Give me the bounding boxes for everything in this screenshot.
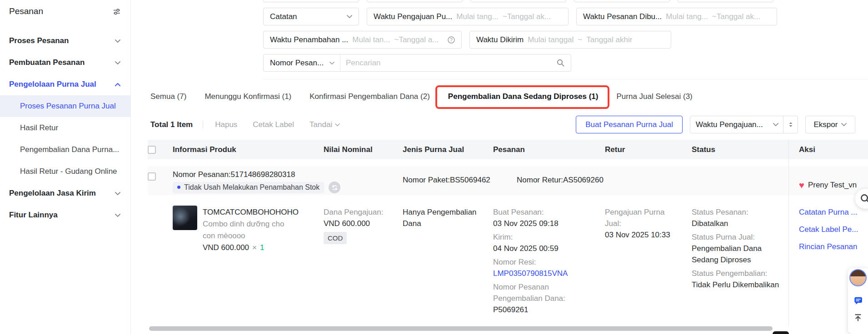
chat-icon[interactable] (853, 296, 863, 305)
ekspor-label: Ekspor (814, 120, 838, 129)
filter-field-cutoff[interactable] (678, 0, 773, 2)
catatan-select[interactable]: Catatan (263, 8, 359, 25)
pesanan-pair: Nomor Resi: LMP0350790815VNA (493, 256, 599, 279)
search-icon[interactable] (557, 59, 564, 67)
filter-row-2: Waktu Penambahan ... Mulai tan... ~Tangg… (263, 31, 868, 49)
toolbar-divider (203, 121, 203, 128)
sidebar-subitem-proses-pesanan-purna-jual[interactable]: Proses Pesanan Purna Jual (0, 95, 130, 117)
chevron-down-icon (115, 191, 120, 196)
status-cell: Status Pesanan: Dibatalkan Status Purna … (692, 206, 788, 326)
tab-konfirmasi-pengembalian-dana[interactable]: Konfirmasi Pengembalian Dana (2) (309, 92, 430, 101)
multiply-sign: × (252, 242, 257, 254)
row-checkbox[interactable] (148, 172, 156, 181)
sidebar-item-pengelolaan-jasa-kirim[interactable]: Pengelolaan Jasa Kirim (0, 182, 130, 204)
tracking-number-link[interactable]: LMP0350790815VNA (493, 268, 599, 279)
cod-badge: COD (324, 232, 347, 244)
chevron-down-icon (115, 39, 120, 44)
ekspor-dropdown[interactable]: Ekspor (805, 116, 855, 133)
waktu-penambahan-start[interactable]: Mulai tan... (352, 35, 390, 44)
list-toolbar: Total 1 Item Hapus Cetak Label Tandai Bu… (150, 116, 855, 133)
heart-icon: ♥ (799, 181, 804, 190)
retur-cell: Pengajuan Purna Jual: 03 Nov 2025 10:33 (605, 206, 692, 326)
stock-note-row: Tidak Usah Melakukan Penambahan Stok (173, 182, 403, 193)
stock-note-badge: Tidak Usah Melakukan Penambahan Stok (173, 182, 324, 193)
hapus-button[interactable]: Hapus (215, 120, 237, 129)
tab-semua[interactable]: Semua (7) (150, 92, 186, 101)
order-management-page: { "colors":{"accent":"#3b50e4","annotati… (0, 0, 868, 334)
sidebar-item-pembuatan-pesanan[interactable]: Pembuatan Pesanan (0, 52, 130, 74)
stock-note-text: Tidak Usah Melakukan Penambahan Stok (184, 183, 319, 192)
pinned-column-divider (788, 139, 789, 326)
waktu-pengajuan-range[interactable]: Waktu Pengajuan Pu... Mulai tang... ~Tan… (367, 8, 569, 25)
header-pesanan: Pesanan (493, 145, 605, 154)
sidebar-item-pengelolaan-purna-jual[interactable]: Pengelolaan Purna Jual (0, 74, 130, 95)
sidebar-subitem-pengembalian-dana-purna[interactable]: Pengembalian Dana Purna... (0, 139, 130, 161)
filter-field-cutoff[interactable] (470, 0, 566, 2)
pesanan-value: 04 Nov 2025 00:59 (493, 243, 599, 254)
waktu-pesanan-dibuat-start[interactable]: Mulai tang... (666, 12, 708, 21)
tab-purna-jual-selesai[interactable]: Purna Jual Selesai (3) (617, 92, 693, 101)
order-number: Nomor Pesanan:517148698280318 (173, 170, 295, 179)
cetak-label-button[interactable]: Cetak Label (253, 120, 294, 129)
help-icon[interactable] (448, 36, 455, 44)
sidebar-settings-icon[interactable] (113, 8, 120, 15)
rincian-pesanan-link[interactable]: Rincian Pesanan (799, 241, 862, 252)
waktu-pengajuan-start[interactable]: Mulai tang... (456, 12, 499, 21)
header-nilai-nominal: Nilai Nominal (324, 145, 403, 154)
search-type-select[interactable]: Nomor Pesan... (264, 54, 340, 71)
cetak-label-link[interactable]: Cetak Label Pe... (799, 224, 862, 235)
waktu-penambahan-label: Waktu Penambahan ... (270, 35, 348, 44)
sidebar-item-proses-pesanan[interactable]: Proses Pesanan (0, 30, 130, 52)
filter-panel: Catatan Waktu Pengajuan Pu... Mulai tang… (131, 0, 868, 79)
filter-field-cutoff[interactable] (367, 0, 463, 2)
sync-stock-button[interactable] (329, 182, 340, 193)
chevron-down-icon (329, 61, 334, 65)
main-content: Catatan Waktu Pengajuan Pu... Mulai tang… (131, 0, 868, 334)
sidebar-item-fitur-lainnya[interactable]: Fitur Lainnya (0, 204, 130, 226)
jenis-value: Hanya Pengembalian Dana (403, 206, 487, 229)
filter-field-cutoff[interactable] (574, 0, 670, 2)
waktu-pesanan-dibuat-end[interactable]: ~Tanggal ak... (712, 12, 760, 21)
waktu-dikirim-end[interactable]: Tanggal akhir (586, 35, 632, 44)
sidebar-item-label: Pengelolaan Purna Jual (9, 80, 96, 89)
status-label: Status Pengembalian: (692, 268, 782, 279)
chevron-down-icon (115, 213, 120, 218)
tandai-dropdown[interactable]: Tandai (309, 120, 340, 129)
buat-pesanan-purna-jual-button[interactable]: Buat Pesanan Purna Jual (576, 116, 683, 133)
waktu-dikirim-range[interactable]: Waktu Dikirim Mulai tanggal ~ Tanggal ak… (469, 31, 671, 49)
product-thumbnail[interactable] (173, 206, 197, 230)
pesanan-pair: Nomor Pesanan Pengembalian Dana: P506926… (493, 281, 599, 315)
back-to-top-icon[interactable] (854, 314, 862, 321)
sidebar-subitem-hasil-retur-gudang-online[interactable]: Hasil Retur - Gudang Online (0, 161, 130, 182)
horizontal-scrollbar[interactable] (149, 326, 773, 331)
tab-pengembalian-dana-sedang-diproses[interactable]: Pengembalian Dana Sedang Diproses (1) (448, 92, 599, 101)
nominal-cell: Dana Pengajuan: VND 600.000 COD (324, 206, 403, 326)
tab-menunggu-konfirmasi[interactable]: Menunggu Konfirmasi (1) (205, 92, 291, 101)
chevron-down-icon (335, 123, 340, 127)
row-spacer-cell (148, 206, 173, 326)
sidebar-header: Pesanan (0, 0, 130, 16)
filter-field-cutoff[interactable] (263, 0, 359, 2)
sort-field-select[interactable]: Waktu Pengajuan... (690, 116, 783, 133)
waktu-dikirim-start[interactable]: Mulai tanggal (528, 35, 574, 44)
filter-row-cutoff (263, 0, 868, 2)
waktu-pesanan-dibuat-range[interactable]: Waktu Pesanan Dibu... Mulai tang... ~Tan… (576, 8, 777, 25)
status-pair: Status Purna Jual: Pengembalian Dana Sed… (692, 231, 782, 265)
sidebar-nav: Proses Pesanan Pembuatan Pesanan Pengelo… (0, 30, 130, 226)
sort-direction-button[interactable] (783, 116, 798, 133)
search-icon (860, 194, 868, 204)
waktu-pengajuan-end[interactable]: ~Tanggal ak... (503, 12, 551, 21)
select-all-checkbox[interactable] (148, 146, 156, 154)
waktu-penambahan-end[interactable]: ~Tanggal a... (394, 35, 439, 44)
catatan-purna-link[interactable]: Catatan Purna ... (799, 206, 862, 218)
waktu-penambahan-range[interactable]: Waktu Penambahan ... Mulai tan... ~Tangg… (263, 31, 462, 49)
pesanan-pair: Buat Pesanan: 03 Nov 2025 09:18 (493, 206, 599, 229)
filter-row-3: Nomor Pesan... (263, 54, 868, 72)
retur-label: Pengajuan Purna Jual: (605, 206, 673, 229)
sidebar-subitem-label: Hasil Retur - Gudang Online (20, 167, 117, 176)
nominal-label: Dana Pengajuan: (324, 206, 396, 218)
sidebar-subitem-hasil-retur[interactable]: Hasil Retur (0, 117, 130, 139)
avatar[interactable] (849, 269, 867, 286)
status-label: Status Purna Jual: (692, 231, 782, 243)
search-input[interactable] (340, 59, 557, 68)
